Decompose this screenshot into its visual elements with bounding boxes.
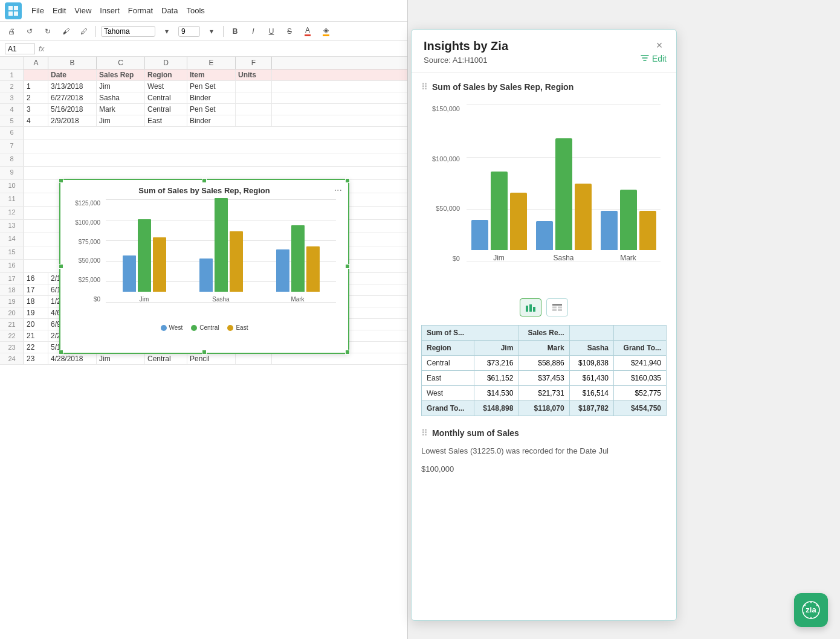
cell[interactable]: 2: [24, 92, 48, 103]
cell[interactable]: Item: [187, 69, 236, 80]
edit-button[interactable]: Edit: [640, 54, 667, 63]
resize-handle-bm[interactable]: [202, 350, 207, 355]
cell[interactable]: 6/27/2018: [48, 92, 97, 103]
font-color-btn[interactable]: A: [301, 25, 314, 38]
pivot-val-total-jim: $148,898: [474, 401, 518, 416]
pivot-row-west: West $14,530 $21,731 $16,514 $52,775: [422, 386, 667, 401]
cell[interactable]: 17: [24, 284, 48, 295]
bar-chart-btn[interactable]: [520, 298, 541, 316]
cell[interactable]: 5/16/2018: [48, 104, 97, 115]
cell[interactable]: Mark: [97, 104, 145, 115]
cell[interactable]: Pencil: [187, 353, 236, 364]
menu-insert[interactable]: Insert: [100, 6, 120, 15]
col-header-e[interactable]: E: [187, 57, 236, 69]
cell[interactable]: Region: [145, 69, 187, 80]
cell[interactable]: [236, 115, 272, 126]
cell[interactable]: [236, 353, 272, 364]
cell[interactable]: Central: [145, 353, 187, 364]
close-button[interactable]: ×: [652, 38, 667, 53]
cell[interactable]: Units: [236, 69, 272, 80]
cell[interactable]: 19: [24, 307, 48, 318]
cell[interactable]: 23: [24, 353, 48, 364]
cell[interactable]: Binder: [187, 92, 236, 103]
resize-handle-mr[interactable]: [345, 264, 350, 269]
redo-btn[interactable]: ↻: [41, 25, 54, 38]
table-view-btn[interactable]: [546, 298, 568, 316]
underline-btn[interactable]: U: [265, 25, 278, 38]
y-label: $75,000: [79, 239, 100, 245]
font-size-selector[interactable]: [178, 26, 200, 37]
cell[interactable]: Sales Rep: [97, 69, 145, 80]
cell[interactable]: Binder: [187, 115, 236, 126]
cell[interactable]: Central: [145, 104, 187, 115]
insight-section-1: ⠿ Sum of Sales by Sales Rep, Region $150…: [421, 82, 667, 416]
col-header-f[interactable]: F: [236, 57, 272, 69]
cell[interactable]: Date: [48, 69, 97, 80]
cell[interactable]: 2/9/2018: [48, 115, 97, 126]
chart-context-menu-btn[interactable]: ···: [334, 185, 342, 196]
menu-data[interactable]: Data: [161, 6, 178, 15]
col-header-a[interactable]: A: [24, 57, 48, 69]
cell[interactable]: Sasha: [97, 92, 145, 103]
table-row: 3 2 6/27/2018 Sasha Central Binder: [0, 92, 407, 104]
font-selector[interactable]: [101, 26, 155, 37]
cell[interactable]: 3/13/2018: [48, 81, 97, 92]
zia-button[interactable]: zia: [794, 593, 828, 627]
menu-edit[interactable]: Edit: [53, 6, 66, 15]
bold-btn[interactable]: B: [228, 25, 242, 38]
font-dropdown-btn[interactable]: ▾: [160, 25, 173, 38]
col-header-d[interactable]: D: [145, 57, 187, 69]
ic-bars-area: Jim Sasha: [467, 105, 661, 262]
fill-color-btn[interactable]: ◈: [319, 25, 332, 38]
cell[interactable]: 21: [24, 330, 48, 341]
format-paint-btn[interactable]: 🖊: [77, 25, 91, 38]
menu-format[interactable]: Format: [128, 6, 153, 15]
fontsize-dropdown-btn[interactable]: ▾: [205, 25, 218, 38]
cell-reference[interactable]: [5, 43, 35, 54]
col-header-b[interactable]: B: [48, 57, 97, 69]
cell[interactable]: [24, 69, 48, 80]
cell[interactable]: Jim: [97, 81, 145, 92]
cell[interactable]: 18: [24, 296, 48, 307]
resize-handle-bl[interactable]: [59, 350, 63, 355]
cell[interactable]: Jim: [97, 115, 145, 126]
pivot-val-west-jim: $14,530: [474, 386, 518, 401]
resize-handle-tr[interactable]: [345, 178, 350, 183]
italic-btn[interactable]: I: [247, 25, 260, 38]
cell[interactable]: 4: [24, 115, 48, 126]
toolbar: 🖨 ↺ ↻ 🖌 🖊 ▾ ▾ B I U S A ◈: [0, 22, 407, 41]
cell[interactable]: Pen Set: [187, 81, 236, 92]
cell[interactable]: [236, 92, 272, 103]
cell[interactable]: [236, 81, 272, 92]
ic-group-sasha: Sasha: [536, 138, 592, 262]
cell[interactable]: 1: [24, 81, 48, 92]
menu-tools[interactable]: Tools: [186, 6, 204, 15]
menu-view[interactable]: View: [74, 6, 91, 15]
cell[interactable]: 3: [24, 104, 48, 115]
paint-btn[interactable]: 🖌: [59, 25, 73, 38]
col-header-c[interactable]: C: [97, 57, 145, 69]
cell[interactable]: Pen Set: [187, 104, 236, 115]
undo-btn[interactable]: ↺: [23, 25, 36, 38]
row-number: 2: [0, 81, 24, 92]
cell[interactable]: Jim: [97, 353, 145, 364]
cell[interactable]: 4/28/2018: [48, 353, 97, 364]
cell[interactable]: East: [145, 115, 187, 126]
cell[interactable]: 22: [24, 342, 48, 353]
resize-handle-ml[interactable]: [59, 264, 63, 269]
menu-file[interactable]: File: [31, 6, 44, 15]
strikethrough-btn[interactable]: S: [283, 25, 296, 38]
cell[interactable]: [236, 104, 272, 115]
chart-bars: [123, 219, 166, 292]
resize-handle-tm[interactable]: [202, 178, 207, 183]
ic-group-jim: Jim: [471, 172, 527, 262]
print-btn[interactable]: 🖨: [5, 25, 18, 38]
embedded-chart[interactable]: ··· Sum of Sales by Sales Rep, Region $1…: [59, 179, 349, 354]
cell[interactable]: 16: [24, 273, 48, 284]
cell[interactable]: West: [145, 81, 187, 92]
cell[interactable]: Central: [145, 92, 187, 103]
cell[interactable]: 20: [24, 319, 48, 330]
resize-handle-tl[interactable]: [59, 178, 63, 183]
insights-title: Insights by Zia: [424, 39, 664, 53]
pivot-label-grandtotal: Grand To...: [422, 401, 474, 416]
